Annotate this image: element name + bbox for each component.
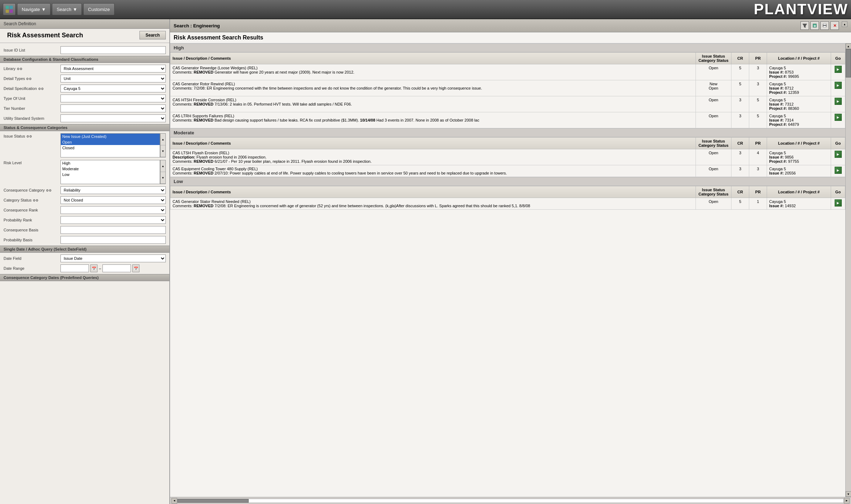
pr-cell: 3 [749,165,767,177]
bottom-scrollbar[interactable]: ◄ ► [170,497,851,504]
category-status-select[interactable]: Not Closed [60,196,166,204]
customize-button[interactable]: Customize [83,3,114,15]
scroll-track[interactable] [846,49,851,491]
scroll-left-button[interactable]: ◄ [171,498,177,504]
col-header-status: Issue StatusCategory Status [696,53,731,64]
risk-level-low[interactable]: Low [61,172,160,177]
risk-level-scroll[interactable]: ▲ ▼ [160,160,166,184]
risk-level-up-arrow[interactable]: ▲ [160,160,165,172]
app-icon-button[interactable] [3,3,16,15]
export-icon-button[interactable]: ▦ [810,21,819,30]
category-status-config-icon[interactable]: ⚙⚙ [33,199,38,202]
tier-number-select[interactable] [60,104,166,112]
col-header-go: Go [831,138,845,149]
status-cell: Open [696,64,731,80]
calendar-end-button[interactable]: 📅 [132,264,139,272]
consequence-basis-input[interactable] [60,226,166,234]
print-icon-button[interactable] [820,21,829,30]
go-button[interactable]: ▶ [835,151,842,158]
right-panel: Search : Engineering ▦ [170,19,851,504]
search-toolbar-button[interactable]: Search ▼ [52,3,82,15]
filter-icon-button[interactable] [800,21,809,30]
navigate-button[interactable]: Navigate ▼ [17,3,51,15]
go-cell[interactable]: ▶ [831,96,845,112]
date-range-end[interactable] [102,264,131,272]
removed-label: REMOVED [194,204,213,208]
utility-standard-select[interactable] [60,114,166,122]
consequence-cat-config-icon[interactable]: ⚙⚙ [46,189,52,192]
detail-spec-config-icon[interactable]: ⚙⚙ [38,87,44,91]
search-toolbar-label: Search [57,7,71,12]
navigate-label: Navigate [22,7,40,12]
horizontal-scroll-track[interactable] [177,499,844,503]
date-range-label: Date Range [4,266,60,270]
col-header-status: Issue StatusCategory Status [696,186,731,198]
tier-number-row: Tier Number [0,103,169,113]
removed-label: REMOVED [194,159,213,163]
probability-basis-input[interactable] [60,236,166,244]
go-button[interactable]: ▶ [835,199,842,207]
right-scrollbar[interactable]: ▲ ▼ [845,43,851,497]
go-cell[interactable]: ▶ [831,112,845,128]
go-cell[interactable]: ▶ [831,165,845,177]
customize-label: Customize [88,7,110,12]
probability-rank-select[interactable] [60,216,166,224]
go-cell[interactable]: ▶ [831,149,845,165]
issue-status-item-new[interactable]: New Issue (Just Created) [61,134,160,139]
risk-level-high[interactable]: High [61,160,160,166]
issue-status-config-icon[interactable]: ⚙⚙ [26,135,32,138]
risk-level-moderate[interactable]: Moderate [61,166,160,172]
risk-level-listbox[interactable]: High Moderate Low [60,160,160,184]
pr-cell: 5 [749,96,767,112]
high-section-header: High [170,43,845,52]
scroll-right-button[interactable]: ► [844,498,850,504]
date-range-start[interactable] [60,264,89,272]
search-button[interactable]: Search [139,31,166,39]
library-config-icon[interactable]: ⚙⚙ [17,67,22,71]
type-of-unit-select[interactable] [60,95,166,102]
issue-status-item-open[interactable]: Open [61,139,160,145]
search-definition-header: Search Definition [0,19,169,29]
library-row: Library ⚙⚙ Risk Assessment [0,64,169,74]
close-icon-button[interactable]: ✕ [830,21,839,30]
risk-level-down-arrow[interactable]: ▼ [160,172,165,184]
go-button[interactable]: ▶ [835,98,842,105]
horizontal-scroll-thumb[interactable] [178,499,249,503]
right-panel-scroll-up[interactable]: ▲ [842,21,847,27]
library-select[interactable]: Risk Assessment [60,65,166,73]
results-scroll-down[interactable]: ▼ [846,491,851,497]
date-field-select[interactable]: Issue Date [60,254,166,262]
form-scroll: Issue ID List Database Configuration & S… [0,43,169,504]
scroll-thumb[interactable] [846,49,851,77]
issue-status-scroll[interactable]: ▲ ▼ [160,133,166,157]
detail-spec-select[interactable]: Cayuga 5 [60,85,166,92]
results-title: Risk Assessment Search Results [170,32,851,43]
go-cell[interactable]: ▶ [831,80,845,96]
calendar-start-button[interactable]: 📅 [90,264,97,272]
go-button[interactable]: ▶ [835,114,842,121]
issue-cell: CA5 HTSH Fireside Corrosion (REL) Commen… [170,96,696,112]
col-header-cr: CR [731,186,749,198]
detail-types-config-icon[interactable]: ⚙⚙ [26,77,32,81]
detail-types-select[interactable]: Unit [60,75,166,82]
svg-marker-4 [803,24,807,28]
issue-status-listbox[interactable]: New Issue (Just Created) Open Closed [60,133,160,157]
results-scroll-area[interactable]: High Issue / Description / Comments Issu… [170,43,845,497]
results-scroll-up[interactable]: ▲ [846,43,851,49]
search-chevron-icon: ▼ [73,7,77,12]
issue-status-down-arrow[interactable]: ▼ [160,145,165,157]
go-cell[interactable]: ▶ [831,198,845,210]
issue-status-item-closed[interactable]: Closed [61,145,160,151]
issue-status-up-arrow[interactable]: ▲ [160,134,165,145]
detail-spec-label: Detail Specification ⚙⚙ [4,86,60,91]
col-header-go: Go [831,186,845,198]
consequence-rank-select[interactable] [60,206,166,214]
go-cell[interactable]: ▶ [831,64,845,80]
issue-id-list-input[interactable] [60,46,166,54]
go-button[interactable]: ▶ [835,82,842,89]
consequence-cat-select[interactable]: Reliability [60,186,166,194]
go-button[interactable]: ▶ [835,66,842,73]
pr-cell: 4 [749,149,767,165]
go-button[interactable]: ▶ [835,167,842,174]
col-header-go: Go [831,53,845,64]
